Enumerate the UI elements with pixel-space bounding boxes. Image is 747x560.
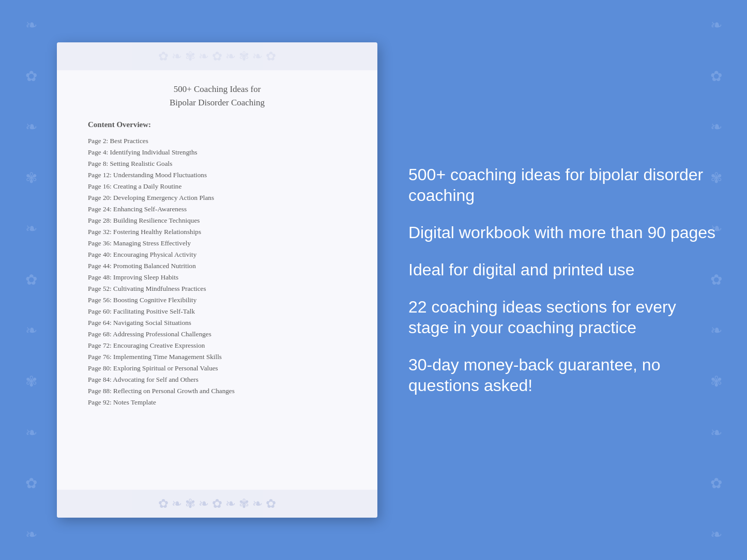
toc-item: Page 36: Managing Stress Effectively [88,238,346,249]
toc-item: Page 76: Implementing Time Management Sk… [88,351,346,363]
toc-item: Page 28: Building Resilience Techniques [88,215,346,226]
floral-sprig: ✾ [710,375,722,389]
toc-item: Page 64: Navigating Social Situations [88,317,346,329]
floral-border-left: ❧ ✿ ❧ ✾ ❧ ✿ ❧ ✾ ❧ ✿ ❧ [0,0,62,560]
document-wrapper: ✿ ❧ ✾ ❧ ✿ ❧ ✾ ❧ ✿ 500+ Coaching Ideas fo… [57,42,377,518]
toc-item: Page 40: Encouraging Physical Activity [88,249,346,260]
floral-border-right: ❧ ✿ ❧ ✾ ❧ ✿ ❧ ✾ ❧ ✿ ❧ [685,0,747,560]
toc-item: Page 52: Cultivating Mindfulness Practic… [88,283,346,294]
floral-sprig: ✾ [25,171,37,185]
floral-sprig: ❧ [710,222,722,236]
floral-sprig: ✿ [25,476,37,491]
floral-sprig: ❧ [710,527,722,542]
toc-item: Page 24: Enhancing Self-Awareness [88,204,346,215]
toc-item: Page 60: Facilitating Positive Self-Talk [88,306,346,317]
feature-text-0: 500+ coaching ideas for bipolar disorder… [408,164,716,206]
floral-sprig: ❧ [710,426,722,440]
feature-text-1: Digital workbook with more than 90 pages [408,222,716,243]
toc-item: Page 92: Notes Template [88,397,346,408]
doc-title: 500+ Coaching Ideas for Bipolar Disorder… [88,83,346,109]
feature-text-3: 22 coaching ideas sections for every sta… [408,297,716,338]
floral-sprig: ✿ [710,273,722,287]
doc-deco-bottom: ✿ ❧ ✾ ❧ ✿ ❧ ✾ ❧ ✿ [57,490,377,518]
toc-item: Page 68: Addressing Professional Challen… [88,329,346,340]
toc-item: Page 84: Advocating for Self and Others [88,374,346,385]
toc-item: Page 4: Identifying Individual Strengths [88,147,346,158]
doc-content: 500+ Coaching Ideas for Bipolar Disorder… [88,83,346,408]
svg-text:✿ ❧ ✾ ❧ ✿ ❧ ✾ ❧ ✿: ✿ ❧ ✾ ❧ ✿ ❧ ✾ ❧ ✿ [158,497,276,510]
document-page: ✿ ❧ ✾ ❧ ✿ ❧ ✾ ❧ ✿ 500+ Coaching Ideas fo… [57,42,377,518]
doc-section-label: Content Overview: [88,120,346,129]
toc-item: Page 32: Fostering Healthy Relationships [88,226,346,238]
floral-sprig: ✿ [25,273,37,287]
toc-item: Page 16: Creating a Daily Routine [88,181,346,192]
floral-sprig: ❧ [25,120,37,134]
toc-item: Page 2: Best Practices [88,135,346,147]
floral-sprig: ❧ [25,222,37,236]
floral-sprig: ✿ [710,69,722,84]
toc-item: Page 88: Reflecting on Personal Growth a… [88,385,346,397]
toc-item: Page 8: Setting Realistic Goals [88,158,346,169]
floral-sprig: ✿ [710,476,722,491]
toc-item: Page 48: Improving Sleep Habits [88,272,346,283]
floral-sprig: ✾ [25,375,37,389]
feature-text-4: 30-day money-back guarantee, no question… [408,354,716,396]
floral-sprig: ❧ [25,323,37,338]
floral-sprig: ✾ [710,171,722,185]
floral-sprig: ❧ [25,527,37,542]
floral-sprig: ❧ [710,120,722,134]
floral-sprig: ❧ [25,426,37,440]
toc-item: Page 72: Encouraging Creative Expression [88,340,346,351]
doc-deco-top: ✿ ❧ ✾ ❧ ✿ ❧ ✾ ❧ ✿ [57,42,377,70]
floral-sprig: ❧ [25,18,37,33]
feature-text-2: Ideal for digital and printed use [408,259,716,280]
toc-item: Page 12: Understanding Mood Fluctuations [88,169,346,181]
floral-sprig: ✿ [25,69,37,84]
toc-item: Page 80: Exploring Spiritual or Personal… [88,363,346,374]
toc-item: Page 44: Promoting Balanced Nutrition [88,260,346,272]
toc-item: Page 20: Developing Emergency Action Pla… [88,192,346,204]
toc-list: Page 2: Best PracticesPage 4: Identifyin… [88,135,346,408]
toc-item: Page 56: Boosting Cognitive Flexibility [88,294,346,306]
floral-sprig: ❧ [710,18,722,33]
floral-sprig: ❧ [710,323,722,338]
svg-text:✿ ❧ ✾ ❧ ✿ ❧ ✾ ❧ ✿: ✿ ❧ ✾ ❧ ✿ ❧ ✾ ❧ ✿ [158,50,276,63]
